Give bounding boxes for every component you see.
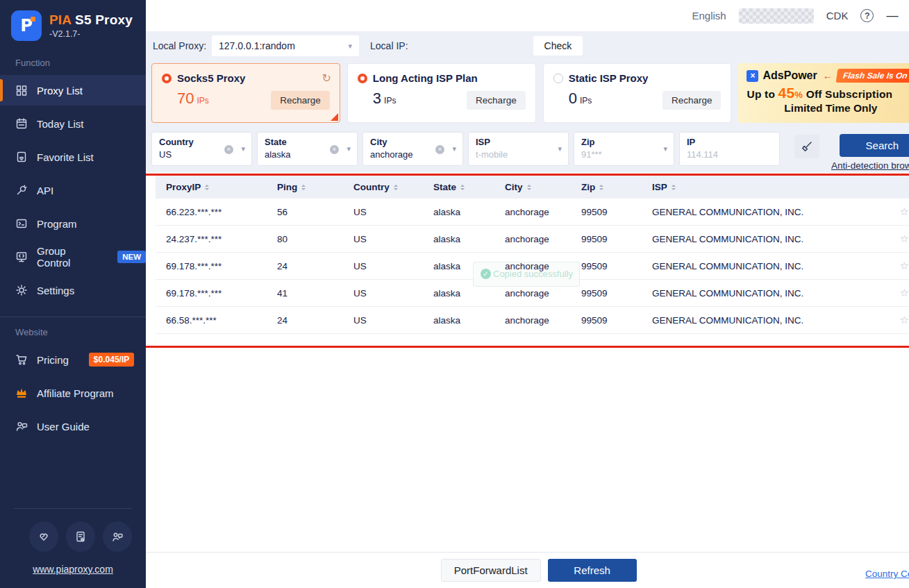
sidebar-item-program[interactable]: Program <box>0 208 146 239</box>
city-filter[interactable]: City anchorage × ▾ <box>362 132 463 166</box>
chevron-down-icon: ▾ <box>241 144 245 153</box>
app-title: PIA S5 Proxy <box>49 12 133 28</box>
sidebar-item-group-control[interactable]: Group Control NEW <box>0 242 146 272</box>
radio-unselected-icon[interactable] <box>553 74 563 83</box>
sort-icon[interactable] <box>527 183 531 192</box>
country-filter[interactable]: Country US × ▾ <box>151 132 252 166</box>
sidebar-item-today-list[interactable]: Today List <box>0 108 146 139</box>
recharge-button[interactable]: Recharge <box>662 91 722 110</box>
app-version: -V2.1.7- <box>49 29 133 39</box>
heart-hands-icon <box>37 530 50 543</box>
sort-icon[interactable] <box>672 183 676 192</box>
chevron-down-icon: ▾ <box>663 144 667 153</box>
cdk-button[interactable]: CDK <box>826 10 849 22</box>
ip-count: 3 <box>373 90 381 108</box>
ip-count: 70 <box>177 90 194 108</box>
sidebar-quick-actions <box>14 508 132 552</box>
state-filter[interactable]: State alaska × ▾ <box>257 132 358 166</box>
redacted-account <box>739 8 814 24</box>
favorite-doc-icon <box>15 151 28 163</box>
gear-icon <box>15 284 28 296</box>
app-logo: P PIA S5 Proxy -V2.1.7- <box>0 0 146 48</box>
crown-icon <box>15 387 28 399</box>
document-star-icon <box>74 530 87 543</box>
sort-icon[interactable] <box>599 183 603 192</box>
local-ip-label: Local IP: <box>370 40 408 51</box>
chevron-down-icon: ▾ <box>347 144 351 153</box>
check-button[interactable]: Check <box>533 36 583 56</box>
chevron-down-icon: ▾ <box>558 144 562 153</box>
sidebar-item-label: Today List <box>37 118 84 130</box>
sort-icon[interactable] <box>394 183 398 192</box>
port-forward-list-button[interactable]: PortForwardList <box>441 559 541 582</box>
proxy-toolbar: Local Proxy: 127.0.0.1:random ▾ Local IP… <box>146 31 909 60</box>
sidebar-item-user-guide[interactable]: User Guide <box>0 411 146 442</box>
clear-filters-button[interactable] <box>794 135 819 158</box>
refresh-button[interactable]: Refresh <box>548 559 637 582</box>
piaproxy-site-link[interactable]: www.piaproxy.com <box>33 564 113 575</box>
sidebar-item-label: Program <box>37 218 77 230</box>
section-function: Function <box>0 48 146 75</box>
search-button[interactable]: Search <box>840 134 909 157</box>
favorite-star-icon[interactable]: ☆ <box>881 314 909 326</box>
country-code-link[interactable]: Country Code <box>865 569 909 579</box>
broom-icon <box>801 140 813 153</box>
main-area: English CDK ? — × Local Proxy: 127.0.0.1… <box>146 0 909 588</box>
recharge-button[interactable]: Recharge <box>467 91 526 110</box>
clear-icon[interactable]: × <box>330 145 339 154</box>
card-long-acting-isp[interactable]: Long Acting ISP Plan 3 IPs Recharge <box>347 63 536 123</box>
annotation-highlight-box: ProxyIP Ping Country State City Zip ISP … <box>144 174 909 348</box>
refresh-icon[interactable]: ↻ <box>322 72 331 85</box>
sidebar-item-label: Proxy List <box>37 85 83 96</box>
card-static-isp[interactable]: Static ISP Proxy 0 IPs Recharge <box>543 63 732 123</box>
sort-icon[interactable] <box>460 183 465 192</box>
chevron-down-icon: ▾ <box>349 42 353 51</box>
sidebar-item-proxy-list[interactable]: Proxy List <box>0 75 146 106</box>
radio-selected-icon[interactable] <box>358 74 367 83</box>
table-header: ProxyIP Ping Country State City Zip ISP <box>156 176 909 199</box>
table-row[interactable]: 24.237.***.*** 80 US alaska anchorage 99… <box>156 226 909 253</box>
recharge-button[interactable]: Recharge <box>271 91 330 110</box>
zip-filter[interactable]: Zip 91*** ▾ <box>574 132 674 166</box>
clear-icon[interactable]: × <box>435 145 444 154</box>
support-chat-button[interactable] <box>103 521 132 552</box>
favorite-star-icon[interactable]: ☆ <box>881 205 909 218</box>
radio-selected-icon[interactable] <box>162 74 172 83</box>
sidebar-item-api[interactable]: API <box>0 175 146 205</box>
clear-icon[interactable]: × <box>224 145 233 154</box>
sidebar-item-settings[interactable]: Settings <box>0 275 146 305</box>
table-row[interactable]: 66.58.***.*** 24 US alaska anchorage 995… <box>156 307 909 334</box>
adspower-ad-banner[interactable]: × AdsPower ← Flash Sale Is On Up to 45% … <box>738 63 909 123</box>
check-icon: ✓ <box>481 269 491 279</box>
local-proxy-select[interactable]: 127.0.0.1:random ▾ <box>212 35 359 56</box>
minimize-icon[interactable]: — <box>886 10 898 22</box>
favorite-star-icon[interactable]: ☆ <box>881 287 909 299</box>
anti-detection-browser-link[interactable]: Anti-detection browser <box>831 160 909 171</box>
sort-icon[interactable] <box>301 183 306 192</box>
sort-icon[interactable] <box>205 183 209 192</box>
card-socks5-proxy[interactable]: Socks5 Proxy ↻ 70 IPs Recharge <box>151 63 340 123</box>
table-row[interactable]: 66.223.***.*** 56 US alaska anchorage 99… <box>156 199 909 226</box>
top-panel: Local Proxy: 127.0.0.1:random ▾ Local IP… <box>146 31 909 173</box>
sidebar-item-label: Affiliate Program <box>37 387 114 399</box>
local-proxy-label: Local Proxy: <box>153 40 206 51</box>
selected-corner-marker <box>331 113 338 121</box>
document-star-button[interactable] <box>66 521 95 552</box>
partnership-button[interactable] <box>29 521 58 552</box>
person-chat-icon <box>111 530 124 543</box>
help-icon[interactable]: ? <box>860 9 874 22</box>
favorite-star-icon[interactable]: ☆ <box>881 233 909 245</box>
section-website: Website <box>0 317 146 344</box>
sidebar-item-pricing[interactable]: Pricing $0.045/IP <box>0 344 146 375</box>
ip-count: 0 <box>569 90 577 108</box>
sidebar-item-label: Group Control <box>37 245 99 269</box>
language-selector[interactable]: English <box>692 10 726 22</box>
isp-filter[interactable]: ISP t-mobile ▾ <box>468 132 569 166</box>
filter-row: Country US × ▾ State alaska × ▾ City anc… <box>146 123 909 171</box>
sidebar-item-affiliate-program[interactable]: Affiliate Program <box>0 378 146 408</box>
price-badge: $0.045/IP <box>89 353 134 367</box>
table-row[interactable]: 69.178.***.*** 24 US alaska ✓ Copied suc… <box>156 253 909 280</box>
ip-filter[interactable]: IP 114.114 <box>679 132 780 166</box>
favorite-star-icon[interactable]: ☆ <box>881 260 909 272</box>
sidebar-item-favorite-list[interactable]: Favorite List <box>0 142 146 172</box>
